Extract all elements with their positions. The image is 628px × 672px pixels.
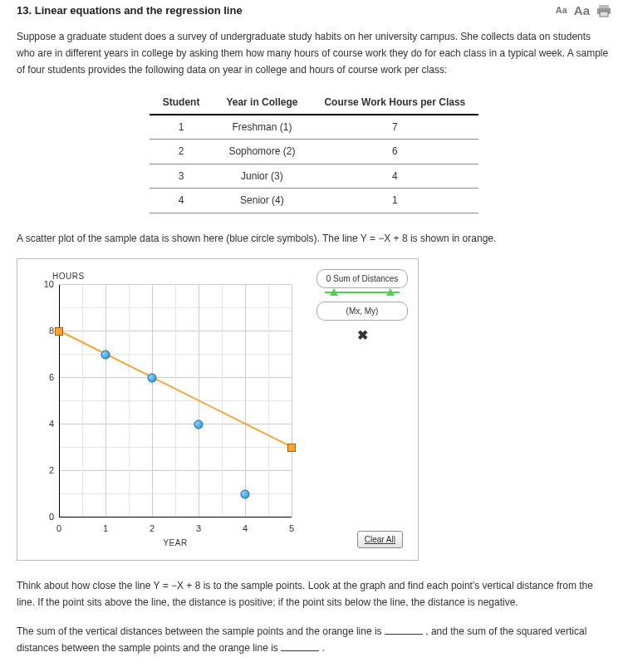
- table-row: 3Junior (3)4: [150, 164, 479, 188]
- table-header: Student: [150, 91, 213, 115]
- table-row: 2Sophomore (2)6: [150, 140, 479, 164]
- x-tick: 4: [243, 517, 248, 537]
- table-row: 4Senior (4)1: [150, 189, 479, 213]
- data-point[interactable]: [148, 374, 157, 383]
- data-point[interactable]: [241, 490, 250, 499]
- line-handle[interactable]: [55, 327, 63, 336]
- table-header: Course Work Hours per Class: [311, 91, 478, 115]
- legend: 0 Sum of Distances (Mx, My) ✖: [316, 269, 408, 346]
- y-tick: 4: [49, 417, 59, 433]
- blank-sum-squared[interactable]: [281, 650, 319, 651]
- font-decrease-button[interactable]: Aa: [556, 2, 567, 18]
- font-size-controls: Aa Aa: [556, 0, 611, 22]
- plot-area[interactable]: 0246810012345: [59, 285, 292, 517]
- x-tick: 1: [103, 517, 108, 537]
- section-number: 13.: [17, 4, 32, 17]
- y-tick: 10: [44, 277, 59, 293]
- table-header: Year in College: [213, 91, 311, 115]
- x-axis-label: YEAR: [59, 536, 292, 550]
- clear-all-button[interactable]: Clear All: [357, 531, 403, 548]
- data-point[interactable]: [194, 420, 204, 429]
- intro-paragraph: Suppose a graduate student does a survey…: [17, 28, 611, 79]
- legend-sum-distances[interactable]: 0 Sum of Distances: [316, 269, 408, 288]
- data-table: Student Year in College Course Work Hour…: [150, 91, 479, 213]
- scatter-caption: A scatter plot of the sample data is sho…: [17, 230, 611, 247]
- y-tick: 6: [49, 370, 59, 386]
- section-heading: Linear equations and the regression line: [35, 4, 243, 17]
- x-tick: 2: [150, 517, 155, 537]
- x-tick: 3: [196, 517, 201, 537]
- x-tick: 5: [289, 517, 294, 537]
- legend-mean-point[interactable]: (Mx, My): [316, 302, 408, 321]
- fill-blank-paragraph: The sum of the vertical distances betwee…: [17, 623, 611, 657]
- x-tick: 0: [56, 517, 61, 537]
- section-title: 13. Linear equations and the regression …: [17, 2, 243, 20]
- print-icon[interactable]: [596, 4, 611, 17]
- font-increase-button[interactable]: Aa: [574, 0, 590, 22]
- legend-line-icon: [325, 292, 400, 293]
- svg-rect-0: [599, 5, 609, 8]
- legend-x-icon: ✖: [316, 324, 408, 346]
- svg-rect-2: [600, 12, 608, 17]
- table-row: 1Freshman (1)7: [150, 115, 479, 140]
- instruction-paragraph: Think about how close the line Y = −X + …: [17, 577, 611, 611]
- y-tick: 2: [49, 464, 59, 479]
- data-point[interactable]: [101, 351, 110, 360]
- line-handle[interactable]: [287, 444, 296, 452]
- blank-sum-distances[interactable]: [385, 634, 423, 635]
- scatter-plot[interactable]: HOURS 0246810012345 YEAR 0 Sum of Distan…: [17, 258, 419, 561]
